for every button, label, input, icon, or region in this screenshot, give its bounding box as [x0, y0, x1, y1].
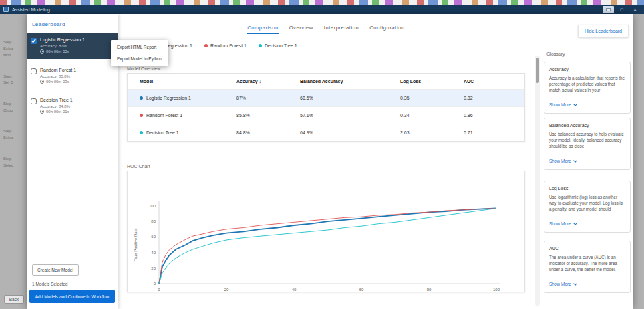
svg-text:0: 0	[154, 282, 156, 286]
glossary-card-balanced-accuracy: Balanced Accuracy Use balanced accuracy …	[544, 118, 631, 170]
maximize-button[interactable]: □	[616, 6, 627, 13]
model-color-dot	[140, 96, 143, 100]
tab-interpretation[interactable]: Interpretation	[324, 25, 359, 34]
glossary-definition: The area under a curve (AUC) is an indic…	[549, 254, 625, 272]
column-auc[interactable]: AUC	[458, 74, 524, 90]
legend-item-random-forest: Random Forest 1	[204, 43, 247, 48]
column-balanced-accuracy[interactable]: Balanced Accuracy	[295, 74, 395, 90]
app-body: Step Selec Mod Step Set D Step Choo Step…	[0, 14, 644, 309]
model-accuracy: Accuracy: 87%	[40, 44, 85, 48]
model-color-dot	[140, 131, 143, 134]
model-accuracy: Accuracy: 84.8%	[40, 104, 73, 108]
show-more-link[interactable]: Show More	[549, 282, 577, 286]
add-models-continue-button[interactable]: Add Models and Continue to Workflow	[29, 290, 115, 303]
glossary-panel: Glossary Accuracy Accuracy is a calculat…	[542, 14, 633, 309]
legend-item-decision-tree: Decision Tree 1	[259, 43, 297, 48]
tab-overview[interactable]: Overview	[289, 25, 313, 34]
close-button[interactable]: ×	[629, 6, 641, 13]
glossary-card-accuracy: Accuracy Accuracy is a calculation that …	[544, 62, 631, 114]
leaderboard-item-decision-tree[interactable]: Decision Tree 1 Accuracy: 84.8% 00h 00m …	[27, 94, 118, 119]
wizard-step: Step Set D	[3, 74, 26, 86]
menu-item-export-html-report[interactable]: Export HTML Report	[111, 41, 168, 53]
column-accuracy[interactable]: Accuracy↓	[231, 74, 295, 90]
leaderboard-panel: Leaderboard Logistic Regression 1 Accura…	[27, 14, 118, 309]
chevron-down-icon	[573, 159, 577, 163]
roc-chart-svg: 020406080100020406080100True Positive Ra…	[128, 171, 526, 293]
menu-item-export-model-to-python[interactable]: Export Model to Python	[111, 53, 168, 64]
glossary-term: Balanced Accuracy	[549, 123, 625, 128]
chevron-down-icon	[573, 221, 577, 225]
models-selected-count: 1 Models Selected	[32, 282, 67, 286]
leaderboard-item-info: Random Forest 1 Accuracy: 85.8% 00h 00m …	[40, 68, 76, 85]
model-train-time: 00h 00m 01s	[46, 110, 69, 114]
leaderboard-item-info: Logistic Regression 1 Accuracy: 87% 00h …	[40, 37, 85, 55]
wizard-step: Step Selec	[3, 128, 26, 141]
glossary-term: AUC	[549, 246, 625, 251]
hide-leaderboard-button[interactable]: Hide Leaderboard	[578, 25, 629, 37]
tab-configuration[interactable]: Configuration	[369, 25, 404, 34]
svg-text:40: 40	[151, 251, 156, 255]
clock-icon	[40, 49, 44, 54]
svg-text:80: 80	[151, 219, 156, 223]
scrollbar-thumb[interactable]	[536, 58, 539, 83]
model-checkbox[interactable]	[31, 38, 37, 44]
close-icon: ×	[633, 6, 636, 13]
tab-bar: Comparison Overview Interpretation Confi…	[118, 25, 534, 34]
window-title: Assisted Modeling	[12, 7, 50, 12]
roc-chart: 020406080100020406080100True Positive Ra…	[127, 171, 525, 292]
back-button[interactable]: Back	[4, 295, 24, 304]
table-row-random-forest[interactable]: Random Forest 1 85.8% 57.1% 0.34 0.86	[128, 107, 524, 124]
wizard-step: Step Selec	[3, 156, 26, 169]
svg-text:80: 80	[427, 288, 432, 292]
legend-dot	[204, 44, 208, 47]
leaderboard-item-info: Decision Tree 1 Accuracy: 84.8% 00h 00m …	[40, 98, 73, 115]
leaderboard-item-random-forest[interactable]: Random Forest 1 Accuracy: 85.8% 00h 00m …	[27, 64, 118, 89]
sort-desc-icon: ↓	[259, 79, 262, 84]
minimize-button[interactable]	[603, 6, 614, 13]
table-row-decision-tree[interactable]: Decision Tree 1 84.8% 64.9% 2.63 0.71	[128, 124, 524, 142]
create-new-model-button[interactable]: Create New Model	[32, 264, 79, 276]
clock-icon	[40, 80, 44, 84]
desktop-background-strip	[0, 0, 644, 5]
table-row-logistic-regression[interactable]: Logistic Regression 1 87% 68.5% 0.35 0.8…	[128, 90, 524, 107]
show-more-link[interactable]: Show More	[549, 159, 577, 163]
table-header-row: Model Accuracy↓ Balanced Accuracy Log Lo…	[128, 74, 524, 90]
wizard-step: Step Choo	[3, 101, 26, 114]
svg-text:20: 20	[151, 266, 156, 270]
roc-chart-label: ROC Chart	[127, 164, 150, 169]
show-more-link[interactable]: Show More	[549, 221, 577, 226]
model-name: Logistic Regression 1	[40, 37, 85, 42]
legend-dot	[259, 44, 262, 47]
glossary-term: Accuracy	[549, 67, 625, 72]
glossary-term: Log Loss	[549, 186, 625, 191]
minimize-icon	[606, 8, 611, 11]
app-icon	[3, 7, 9, 12]
model-name: Decision Tree 1	[40, 98, 73, 102]
glossary-definition: Use logarithmic (log) loss as another wa…	[549, 194, 625, 212]
svg-text:True Positive Rate: True Positive Rate	[134, 228, 138, 262]
glossary-card-log-loss: Log Loss Use logarithmic (log) loss as a…	[544, 181, 631, 233]
window-titlebar: Assisted Modeling □ ×	[0, 5, 644, 14]
chevron-down-icon	[573, 102, 577, 106]
svg-text:100: 100	[493, 288, 500, 292]
leaderboard-item-logistic-regression[interactable]: Logistic Regression 1 Accuracy: 87% 00h …	[27, 33, 118, 59]
column-log-loss[interactable]: Log Loss	[395, 74, 458, 90]
model-train-time: 00h 00m 02s	[46, 49, 69, 54]
model-overview-label: Model Overview	[127, 66, 160, 71]
content-scrollbar[interactable]	[535, 56, 540, 306]
svg-text:0: 0	[158, 288, 160, 292]
leaderboard-title: Leaderboard	[27, 14, 118, 33]
model-checkbox[interactable]	[31, 68, 37, 74]
show-more-link[interactable]: Show More	[549, 102, 577, 107]
glossary-title: Glossary	[546, 51, 565, 56]
svg-text:100: 100	[149, 204, 156, 208]
model-checkbox[interactable]	[31, 98, 37, 104]
tab-comparison[interactable]: Comparison	[247, 25, 278, 34]
window-controls: □ ×	[603, 6, 641, 13]
chevron-down-icon	[573, 282, 577, 286]
column-model[interactable]: Model	[128, 74, 231, 90]
model-overview-table: Model Accuracy↓ Balanced Accuracy Log Lo…	[127, 73, 525, 142]
glossary-definition: Use balanced accuracy to help evaluate y…	[549, 131, 625, 149]
svg-text:60: 60	[359, 288, 364, 292]
model-name: Random Forest 1	[40, 68, 76, 72]
